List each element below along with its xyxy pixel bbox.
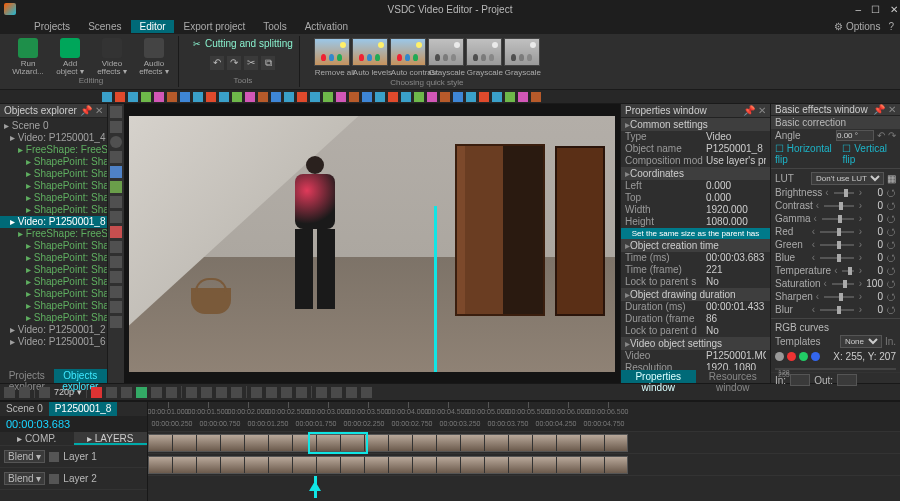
toolbar-icon[interactable]	[115, 92, 125, 102]
add-button[interactable]: Addobject ▾	[52, 38, 88, 76]
crumb-clip[interactable]: P1250001_8	[49, 402, 118, 416]
tree-item[interactable]: ▸ ShapePoint: ShapePoint	[0, 264, 107, 276]
tree-item[interactable]: ▸ Video: P1250001_6	[0, 336, 107, 348]
rotate-ccw-icon[interactable]: ↶	[877, 130, 885, 141]
quick-style-auto-contrast[interactable]: Auto contrast	[390, 38, 426, 66]
props-section-header[interactable]: Object creation time	[621, 239, 770, 252]
tool-chart[interactable]	[110, 211, 122, 223]
toolbar-icon[interactable]	[427, 92, 437, 102]
menu-scenes[interactable]: Scenes	[80, 20, 129, 33]
tool-shape[interactable]	[110, 181, 122, 193]
tool-subtitle[interactable]	[110, 301, 122, 313]
props-section-header[interactable]: Coordinates	[621, 167, 770, 180]
property-row[interactable]: Width1920.000	[621, 204, 770, 216]
play-icon[interactable]	[136, 387, 147, 398]
toolbar-icon[interactable]	[154, 92, 164, 102]
toolbar-icon[interactable]	[193, 92, 203, 102]
tab-resources-window[interactable]: Resources window	[696, 370, 771, 383]
slider-brightness[interactable]: Brightness‹›0⭯	[771, 186, 900, 199]
tab-layers[interactable]: ▸ LAYERS	[74, 432, 148, 445]
next-frame-icon[interactable]	[166, 387, 177, 398]
tree-item[interactable]: ▸ ShapePoint: ShapePoint	[0, 168, 107, 180]
toolbar-icon[interactable]	[349, 92, 359, 102]
toolbar-icon[interactable]	[167, 92, 177, 102]
property-row[interactable]: Top0.000	[621, 192, 770, 204]
toolbar-icon[interactable]	[336, 92, 346, 102]
curve-channel-blue[interactable]	[811, 352, 820, 361]
tree-item[interactable]: ▸ ShapePoint: ShapePoint	[0, 312, 107, 324]
video-clip[interactable]	[148, 456, 628, 474]
menu-tools[interactable]: Tools	[255, 20, 294, 33]
tab-properties-window[interactable]: Properties window	[621, 370, 696, 383]
help-button[interactable]: ?	[888, 21, 894, 32]
slider-sharpen[interactable]: Sharpen‹›0⭯	[771, 290, 900, 303]
tree-item[interactable]: ▸ Video: P1250001_8	[0, 216, 107, 228]
resolution-dropdown[interactable]: 720p ▾	[54, 387, 82, 397]
menu-editor[interactable]: Editor	[131, 20, 173, 33]
zoom-out-icon[interactable]	[4, 387, 15, 398]
tree-item[interactable]: ▸ ShapePoint: ShapePoint	[0, 180, 107, 192]
property-row[interactable]: Lock to parent sNo	[621, 276, 770, 288]
property-row[interactable]: Duration (ms)00:00:01.433	[621, 301, 770, 313]
property-row[interactable]: Lock to parent dNo	[621, 325, 770, 337]
slider-green[interactable]: Green‹›0⭯	[771, 238, 900, 251]
toolbar-icon[interactable]	[141, 92, 151, 102]
tool-cursor[interactable]	[110, 106, 122, 118]
settings-icon[interactable]	[361, 387, 372, 398]
section-rgb-curves[interactable]: RGB curves	[771, 321, 900, 334]
tree-item[interactable]: ▸ Scene 0	[0, 120, 107, 132]
property-row[interactable]: TypeVideo	[621, 131, 770, 143]
section-basic-correction[interactable]: Basic correction	[771, 116, 900, 129]
tool-icon-0[interactable]: ↶	[210, 56, 224, 70]
options-button[interactable]: ⚙ Options	[834, 21, 880, 32]
curve-channel-rgb[interactable]	[775, 352, 784, 361]
close-button[interactable]: ✕	[890, 4, 898, 15]
speaker-icon[interactable]	[39, 387, 50, 398]
toolbar-icon[interactable]	[284, 92, 294, 102]
toolbar-icon[interactable]	[531, 92, 541, 102]
quick-style-remove-all[interactable]: Remove all	[314, 38, 350, 66]
slider-saturation[interactable]: Saturation‹›100⭯	[771, 277, 900, 290]
toolbar-icon[interactable]	[388, 92, 398, 102]
record-icon[interactable]	[91, 387, 102, 398]
zoom-in-icon[interactable]	[19, 387, 30, 398]
curve-channel-green[interactable]	[799, 352, 808, 361]
tool-ellipse[interactable]	[110, 136, 122, 148]
toolbar-icon[interactable]	[362, 92, 372, 102]
cutting-splitting-button[interactable]: ✂ Cutting and splitting	[193, 38, 293, 49]
hflip-checkbox[interactable]: ☐ Horizontal flip	[775, 143, 839, 165]
slider-blue[interactable]: Blue‹›0⭯	[771, 251, 900, 264]
property-row[interactable]: Resolution1920, 1080	[621, 362, 770, 370]
timeline-ruler[interactable]: 00:00:01.00000:00:01.50000:00:02.00000:0…	[148, 402, 900, 432]
split-icon[interactable]	[266, 387, 277, 398]
tab-objects-explorer[interactable]: Objects explorer	[54, 369, 108, 383]
props-section-header[interactable]: Common settings	[621, 118, 770, 131]
toolbar-icon[interactable]	[128, 92, 138, 102]
marker-out-icon[interactable]	[296, 387, 307, 398]
toolbar-icon[interactable]	[401, 92, 411, 102]
lut-select[interactable]: Don't use LUT	[811, 172, 884, 185]
timeline-track[interactable]	[148, 432, 900, 454]
toolbar-icon[interactable]	[219, 92, 229, 102]
slider-gamma[interactable]: Gamma‹›0⭯	[771, 212, 900, 225]
toolbar-icon[interactable]	[505, 92, 515, 102]
toolbar-icon[interactable]	[453, 92, 463, 102]
tool-audio[interactable]	[110, 226, 122, 238]
toolbar-icon[interactable]	[258, 92, 268, 102]
menu-projects[interactable]: Projects	[26, 20, 78, 33]
track-header[interactable]: Blend ▾Layer 1	[0, 446, 147, 468]
toolbar-icon[interactable]	[466, 92, 476, 102]
property-row[interactable]: Object nameP1250001_8	[621, 143, 770, 155]
tree-item[interactable]: ▸ FreeShape: FreeShape 1	[0, 228, 107, 240]
toolbar-icon[interactable]	[232, 92, 242, 102]
run-button[interactable]: RunWizard...	[10, 38, 46, 76]
slider-contrast[interactable]: Contrast‹›0⭯	[771, 199, 900, 212]
props-section-header[interactable]: Object drawing duration	[621, 288, 770, 301]
preview-canvas[interactable]	[129, 116, 615, 372]
slider-blur[interactable]: Blur‹›0⭯	[771, 303, 900, 316]
skip-back-icon[interactable]	[121, 387, 132, 398]
goto-start-icon[interactable]	[186, 387, 197, 398]
magnet-icon[interactable]	[331, 387, 342, 398]
vflip-checkbox[interactable]: ☐ Vertical flip	[842, 143, 896, 165]
toolbar-icon[interactable]	[271, 92, 281, 102]
